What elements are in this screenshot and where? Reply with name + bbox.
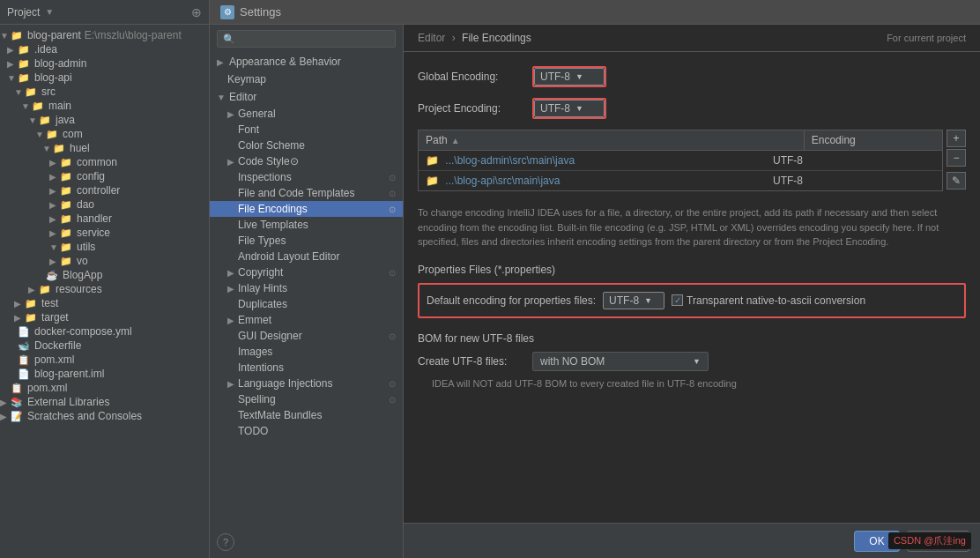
nav-item-todo[interactable]: TODO <box>210 423 403 439</box>
tree-arrow: ▶ <box>14 313 25 323</box>
add-row-button[interactable]: + <box>947 130 966 147</box>
nav-item-intentions[interactable]: Intentions <box>210 360 403 376</box>
tree-label: .idea <box>34 43 57 56</box>
tree-item-utils[interactable]: ▼ 📁 utils <box>0 240 209 254</box>
nav-item-codestyle[interactable]: ▶ Code Style ⊙ <box>210 153 403 169</box>
nav-item-filecodetemplates[interactable]: File and Code Templates ⊙ <box>210 185 403 201</box>
properties-section: Properties Files (*.properties) Default … <box>418 264 966 318</box>
nav-label: Live Templates <box>238 219 308 231</box>
tree-item-com[interactable]: ▼ 📁 com <box>0 127 209 141</box>
bom-section: BOM for new UTF-8 files Create UTF-8 fil… <box>418 332 966 389</box>
folder-icon: 📁 <box>46 129 60 140</box>
nav-item-font[interactable]: Font <box>210 122 403 138</box>
tree-label: docker-compose.yml <box>34 325 132 338</box>
nav-item-languageinjections[interactable]: ▶ Language Injections ⊙ <box>210 376 403 391</box>
tree-arrow: ▼ <box>49 242 60 252</box>
path-encoding-table-section: Path ▲ Encoding <box>418 130 966 191</box>
tree-item-blogapp[interactable]: ☕ BlogApp <box>0 268 209 282</box>
global-encoding-select[interactable]: UTF-8 ▼ <box>534 68 605 86</box>
tree-path: E:\mszlu\blog-parent <box>85 29 182 41</box>
settings-nav: ▶ Appearance & Behavior Keymap ▼ Editor … <box>210 25 404 558</box>
tree-item-pom1[interactable]: 📋 pom.xml <box>0 353 209 367</box>
table-row[interactable]: 📁 ...\blog-api\src\main\java UTF-8 <box>419 171 942 190</box>
nav-item-copyright[interactable]: ▶ Copyright ⊙ <box>210 264 403 280</box>
default-encoding-label: Default encoding for properties files: <box>427 294 596 307</box>
encoding-column-header: Encoding <box>805 130 942 150</box>
nav-item-androidlayouteditor[interactable]: Android Layout Editor <box>210 249 403 264</box>
tree-label: Dockerfile <box>34 339 81 352</box>
nav-item-spelling[interactable]: Spelling ⊙ <box>210 391 403 407</box>
tree-item-huel[interactable]: ▼ 📁 huel <box>0 141 209 155</box>
tree-item-blog-api[interactable]: ▼ 📁 blog-api <box>0 71 209 85</box>
nav-label: Editor <box>229 91 256 103</box>
nav-item-appearance[interactable]: ▶ Appearance & Behavior <box>210 53 403 71</box>
ext-icon: ⊙ <box>389 205 396 214</box>
tree-label: pom.xml <box>34 353 74 366</box>
nav-item-guidesigner[interactable]: GUI Designer ⊙ <box>210 328 403 344</box>
nav-item-fileencodings[interactable]: File Encodings ⊙ <box>210 201 403 217</box>
tree-item-controller[interactable]: ▶ 📁 controller <box>0 183 209 197</box>
nav-item-editor[interactable]: ▼ Editor <box>210 88 403 106</box>
edit-row-button[interactable]: ✎ <box>947 172 966 190</box>
tree-item-pom2[interactable]: 📋 pom.xml <box>0 381 209 395</box>
nav-item-texmatebundles[interactable]: TextMate Bundles <box>210 407 403 423</box>
nav-item-colorscheme[interactable]: Color Scheme <box>210 138 403 153</box>
remove-row-button[interactable]: − <box>947 149 966 167</box>
tree-item-resources[interactable]: ▶ 📁 resources <box>0 282 209 296</box>
tree-item-dockercompose[interactable]: 📄 docker-compose.yml <box>0 324 209 339</box>
folder-icon: 📁 <box>39 284 53 295</box>
tree-item-src[interactable]: ▼ 📁 src <box>0 85 209 99</box>
nav-label: Inspections <box>238 171 292 183</box>
tree-item-blog-parent[interactable]: ▼ 📁 blog-parent E:\mszlu\blog-parent <box>0 28 209 42</box>
settings-search-input[interactable] <box>217 30 396 48</box>
nav-item-inspections[interactable]: Inspections ⊙ <box>210 169 403 185</box>
encoding-cell-1: UTF-8 <box>766 151 942 170</box>
tree-item-vo[interactable]: ▶ 📁 vo <box>0 254 209 268</box>
add-icon[interactable]: ⊕ <box>191 5 202 19</box>
tree-item-target[interactable]: ▶ 📁 target <box>0 310 209 324</box>
breadcrumb-current: File Encodings <box>462 32 531 44</box>
tree-item-service[interactable]: ▶ 📁 service <box>0 226 209 240</box>
props-encoding-select[interactable]: UTF-8 ▼ <box>603 292 664 309</box>
transparent-checkbox[interactable] <box>672 294 683 306</box>
tree-item-java[interactable]: ▼ 📁 java <box>0 113 209 127</box>
nav-item-duplicates[interactable]: Duplicates <box>210 296 403 312</box>
tree-item-common[interactable]: ▶ 📁 common <box>0 155 209 169</box>
nav-item-images[interactable]: Images <box>210 344 403 360</box>
sort-arrow-icon: ▲ <box>451 136 460 145</box>
tree-item-blog-admin[interactable]: ▶ 📁 blog-admin <box>0 56 209 71</box>
tree-arrow: ▶ <box>0 412 11 421</box>
tree-item-scratches[interactable]: ▶ 📝 Scratches and Consoles <box>0 409 209 423</box>
tree-item-extlibs[interactable]: ▶ 📚 External Libraries <box>0 395 209 409</box>
create-utf8-select[interactable]: with NO BOM ▼ <box>532 352 709 371</box>
tree-item-idea[interactable]: ▶ 📁 .idea <box>0 42 209 56</box>
folder-small-icon: 📁 <box>426 154 439 167</box>
nav-label: Keymap <box>227 73 266 86</box>
help-icon[interactable]: ? <box>217 533 234 551</box>
tree-label: test <box>41 297 58 309</box>
tree-arrow: ▼ <box>14 87 25 97</box>
nav-item-inlayhints[interactable]: ▶ Inlay Hints <box>210 280 403 296</box>
project-encoding-select[interactable]: UTF-8 ▼ <box>534 100 605 117</box>
tree-item-config[interactable]: ▶ 📁 config <box>0 169 209 183</box>
tree-item-blogparent-iml[interactable]: 📄 blog-parent.iml <box>0 367 209 381</box>
settings-icon: ⚙ <box>220 5 234 19</box>
table-row[interactable]: 📁 ...\blog-admin\src\main\java UTF-8 <box>419 151 942 171</box>
tree-label: target <box>41 311 69 324</box>
props-encoding-value: UTF-8 <box>609 294 639 307</box>
tree-item-main[interactable]: ▼ 📁 main <box>0 99 209 113</box>
nav-item-livetemplates[interactable]: Live Templates <box>210 217 403 233</box>
tree-item-dockerfile[interactable]: 🐋 Dockerfile <box>0 339 209 353</box>
nav-label: File and Code Templates <box>238 187 355 199</box>
chevron-icon: ▼ <box>575 72 583 81</box>
nav-item-general[interactable]: ▶ General <box>210 106 403 122</box>
tree-item-test[interactable]: ▶ 📁 test <box>0 296 209 310</box>
nav-arrow: ▼ <box>217 93 227 102</box>
properties-section-title: Properties Files (*.properties) <box>418 264 966 276</box>
nav-item-keymap[interactable]: Keymap <box>210 71 403 88</box>
nav-item-emmet[interactable]: ▶ Emmet <box>210 312 403 328</box>
tree-item-handler[interactable]: ▶ 📁 handler <box>0 212 209 226</box>
nav-item-filetypes[interactable]: File Types <box>210 233 403 249</box>
folder-icon: 📁 <box>25 298 39 309</box>
tree-item-dao[interactable]: ▶ 📁 dao <box>0 197 209 212</box>
